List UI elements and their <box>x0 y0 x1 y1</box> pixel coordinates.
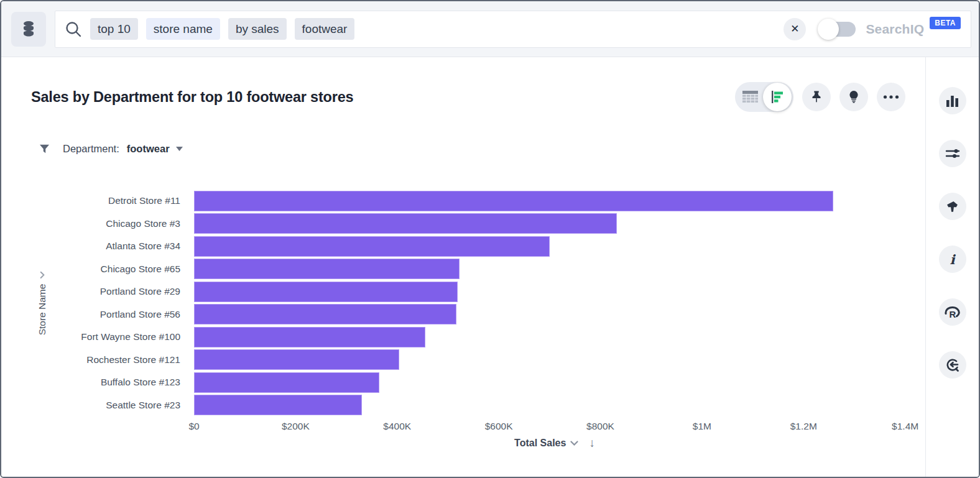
filter-name: Department: <box>63 143 119 155</box>
chart-type-button[interactable] <box>939 87 966 114</box>
chart-row: Rochester Store #121 <box>1 349 915 372</box>
y-axis-label: Portland Store #29 <box>1 286 194 297</box>
table-icon <box>742 90 759 104</box>
bar[interactable] <box>194 395 362 415</box>
page-title: Sales by Department for top 10 footwear … <box>31 89 353 106</box>
bar-track <box>194 191 915 211</box>
info-button[interactable]: i <box>939 246 966 273</box>
lightbulb-icon <box>846 90 861 104</box>
info-icon: i <box>950 252 955 267</box>
pin-icon <box>809 90 824 104</box>
searchiq-toggle[interactable] <box>820 22 856 37</box>
bar-track <box>194 395 915 415</box>
searchiq-label: SearchIQ <box>866 22 924 37</box>
chart-row: Portland Store #29 <box>1 280 915 303</box>
bar-track <box>194 327 915 347</box>
bar-track <box>194 304 915 324</box>
y-axis-label: Fort Wayne Store #100 <box>1 331 194 342</box>
x-axis: $0$200K$400K$600K$800K$1M$1.2M$1.4M <box>194 421 915 434</box>
chart-view-button[interactable] <box>763 83 792 111</box>
search-token[interactable]: footwear <box>295 18 355 40</box>
chart-row: Atlanta Store #34 <box>1 235 915 258</box>
more-actions-button[interactable] <box>877 83 905 111</box>
chart-row: Detroit Store #11 <box>1 190 915 213</box>
paintbrush-icon <box>945 200 959 214</box>
clear-search-button[interactable]: ✕ <box>784 18 806 40</box>
y-axis-title-text: Store Name <box>37 284 48 336</box>
search-token[interactable]: top 10 <box>90 18 138 40</box>
pin-button[interactable] <box>802 83 831 111</box>
explore-icon <box>945 357 960 373</box>
data-source-button[interactable] <box>11 12 46 47</box>
search-icon <box>64 20 83 39</box>
configure-button[interactable] <box>939 140 966 167</box>
bar[interactable] <box>194 191 833 211</box>
bar-track <box>194 372 915 393</box>
bar-chart-green-icon <box>770 90 785 104</box>
x-axis-tick: $0 <box>188 421 199 432</box>
x-axis-tick: $200K <box>282 421 310 432</box>
y-axis-label: Seattle Store #23 <box>1 400 194 411</box>
r-logo-icon: R <box>944 305 961 319</box>
y-axis-label: Chicago Store #65 <box>1 264 194 275</box>
search-token[interactable]: store name <box>146 18 220 40</box>
table-view-button[interactable] <box>737 90 763 104</box>
bar[interactable] <box>194 304 456 324</box>
bar[interactable] <box>194 213 617 234</box>
x-axis-caret-icon[interactable] <box>570 441 578 446</box>
chart-row: Fort Wayne Store #100 <box>1 326 915 349</box>
ellipsis-icon <box>883 95 899 99</box>
chart-row: Seattle Store #23 <box>1 394 915 417</box>
column-chart-icon <box>945 94 959 108</box>
search-bar[interactable]: top 10store nameby salesfootwear ✕ Searc… <box>55 11 971 48</box>
bar[interactable] <box>194 349 399 370</box>
bar-track <box>194 259 915 279</box>
y-axis-label: Chicago Store #3 <box>1 218 194 229</box>
bar[interactable] <box>194 282 458 302</box>
sliders-icon <box>945 147 960 160</box>
svg-text:R: R <box>950 309 956 319</box>
bar-track <box>194 236 915 257</box>
filter-value[interactable]: footwear <box>127 143 170 155</box>
search-token[interactable]: by sales <box>228 18 287 40</box>
insights-button[interactable] <box>839 83 868 111</box>
style-button[interactable] <box>939 193 966 220</box>
beta-badge: BETA <box>930 17 961 29</box>
bar-chart: Detroit Store #11Chicago Store #3Atlanta… <box>1 190 925 450</box>
explore-button[interactable] <box>939 351 966 379</box>
filter-row: Department: footwear <box>1 112 925 155</box>
y-axis-label: Buffalo Store #123 <box>1 377 194 388</box>
bar-track <box>194 213 915 234</box>
bar[interactable] <box>194 372 379 393</box>
y-axis-label: Atlanta Store #34 <box>1 241 194 252</box>
x-axis-tick: $1.4M <box>892 421 918 432</box>
x-axis-title[interactable]: Total Sales <box>514 438 566 449</box>
chart-row: Chicago Store #65 <box>1 258 915 281</box>
chevron-down-icon[interactable] <box>176 147 183 151</box>
bar[interactable] <box>194 327 425 347</box>
right-sidebar: i R <box>925 57 979 477</box>
y-axis-label: Rochester Store #121 <box>1 354 194 365</box>
bar[interactable] <box>194 259 460 279</box>
x-axis-tick: $1.2M <box>790 421 817 432</box>
bar-track <box>194 349 915 370</box>
chart-row: Chicago Store #3 <box>1 213 915 236</box>
y-axis-caret-icon <box>40 272 45 279</box>
y-axis-label: Portland Store #56 <box>1 309 194 320</box>
view-mode-toggle <box>735 82 793 112</box>
x-axis-tick: $1M <box>693 421 711 432</box>
top-bar: top 10store nameby salesfootwear ✕ Searc… <box>1 1 979 57</box>
bar[interactable] <box>194 236 550 257</box>
x-axis-tick: $600K <box>485 421 513 432</box>
sort-descending-icon[interactable]: ↓ <box>589 436 595 450</box>
search-token-list: top 10store nameby salesfootwear <box>90 18 354 40</box>
database-icon <box>21 21 37 38</box>
chart-rows: Detroit Store #11Chicago Store #3Atlanta… <box>1 190 915 416</box>
answer-panel: Sales by Department for top 10 footwear … <box>1 57 925 477</box>
answer-toolbar <box>735 82 905 112</box>
x-axis-tick: $400K <box>383 421 411 432</box>
chart-row: Portland Store #56 <box>1 303 915 326</box>
chart-row: Buffalo Store #123 <box>1 371 915 394</box>
r-analysis-button[interactable]: R <box>939 298 966 326</box>
y-axis-title[interactable]: Store Name <box>37 272 48 336</box>
